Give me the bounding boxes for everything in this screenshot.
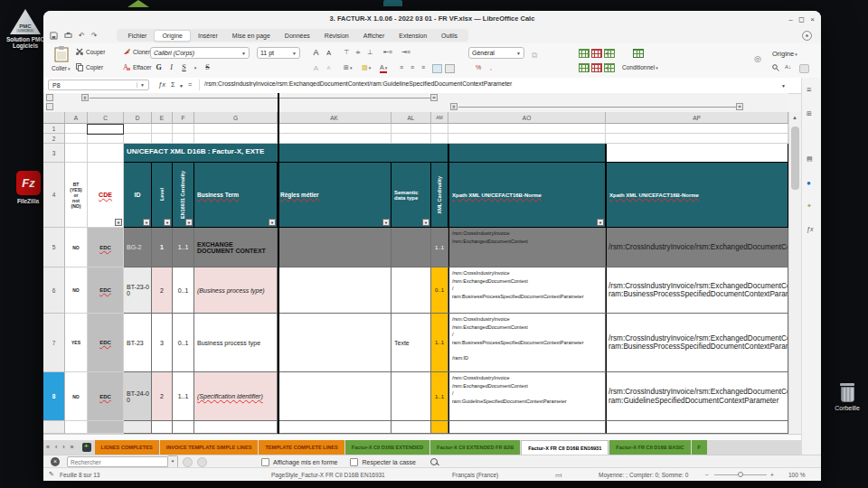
insert-cells-icon[interactable]: ⧉	[532, 51, 537, 61]
sheet-tab[interactable]: Factur-X FR CII D16B BASIC	[609, 440, 690, 455]
close-find-bar-icon[interactable]: ×	[51, 457, 60, 466]
currency-format-icon[interactable]: %	[476, 64, 481, 70]
sheet-tab-active[interactable]: Factur-X FR CII D16B EN16931	[521, 440, 609, 455]
pmc-logiciels-icon[interactable]: PMC LOGICIELS	[10, 9, 41, 34]
column-header-d[interactable]: D	[124, 112, 152, 124]
filter-icon[interactable]	[164, 219, 171, 226]
underline-dropdown[interactable]	[190, 63, 200, 71]
menu-fichier[interactable]: Fichier	[120, 31, 154, 41]
superscript-button[interactable]: A	[311, 64, 321, 72]
header-cde[interactable]: CDE	[88, 163, 124, 228]
properties-deck-icon[interactable]: ⊞	[807, 110, 812, 117]
cell-xpath-fr[interactable]: /rsm:CrossIndustryInvoice/rsm:ExchangedD…	[606, 372, 788, 421]
sheet-tab[interactable]: TEMPLATE COMPLETE LINES	[259, 440, 344, 455]
conditional-formatting-icon[interactable]	[633, 49, 644, 58]
toolbar-options-icon[interactable]	[799, 64, 809, 73]
outline-level-button[interactable]	[46, 94, 53, 101]
functions-deck-icon[interactable]: ƒx	[807, 226, 813, 232]
outline-level-button[interactable]	[46, 103, 53, 110]
cut-icon[interactable]	[76, 48, 83, 55]
align-bottom-icon[interactable]: ⊥	[367, 49, 373, 56]
menu-origine[interactable]: Origine	[154, 30, 191, 42]
cell-cardinality[interactable]: 0..1	[173, 267, 194, 314]
sheet-tab[interactable]: F	[692, 440, 707, 455]
close-button[interactable]: ×	[807, 14, 817, 24]
menu-revision[interactable]: Révision	[317, 31, 356, 41]
search-input[interactable]	[67, 456, 168, 467]
decrease-indent-icon[interactable]: ⇤≡	[383, 49, 392, 56]
align-left-icon[interactable]: ≡	[400, 64, 403, 70]
cell-datatype[interactable]: Texte	[392, 314, 431, 372]
row-header-8-selected[interactable]: 8	[43, 372, 65, 421]
clear-formatting-icon[interactable]: A	[123, 63, 130, 71]
clear-button[interactable]: Effacer	[133, 64, 151, 70]
sheet-tab[interactable]: Factur-X CII EXTENDED FR B2B	[430, 440, 520, 455]
cell-cde[interactable]: EDC	[88, 372, 124, 421]
delete-row-icon[interactable]	[591, 49, 602, 58]
column-header-f[interactable]: F	[173, 112, 194, 124]
function-wizard-icon[interactable]: ƒx	[158, 80, 165, 89]
maximize-button[interactable]: ◻	[797, 14, 807, 24]
header-id[interactable]: ID	[124, 163, 152, 228]
merge-cells-icon[interactable]	[445, 64, 455, 73]
filter-icon[interactable]	[115, 219, 122, 226]
row-header-2[interactable]: 2	[43, 134, 65, 144]
find-all-icon[interactable]	[430, 458, 438, 465]
styles-deck-icon[interactable]: ▤	[807, 155, 813, 163]
font-color-icon[interactable]: A	[380, 64, 387, 73]
cell-id[interactable]: BT-23	[124, 314, 152, 372]
cell-business-term[interactable]: (Business process type)	[194, 267, 278, 314]
column-options-icon[interactable]	[604, 63, 615, 72]
menu-mise-en-page[interactable]: Mise en page	[225, 31, 278, 41]
menu-extension[interactable]: Extension	[392, 31, 434, 41]
cell-datatype[interactable]	[392, 228, 431, 267]
filter-icon[interactable]	[382, 219, 390, 226]
scroll-up-icon[interactable]: ▲	[792, 115, 797, 120]
cell-level[interactable]: 1	[152, 228, 173, 267]
row-header-9[interactable]	[43, 421, 65, 434]
center-vertically-icon[interactable]: ≑	[355, 49, 361, 56]
zoom-out-icon[interactable]: −	[705, 472, 709, 478]
trash-icon[interactable]: Corbeille	[829, 383, 865, 411]
language-status[interactable]: Français (France)	[452, 472, 498, 478]
font-size-combo[interactable]: 11 pt▼	[257, 47, 300, 59]
cell-xpath-fr[interactable]: /rsm:CrossIndustryInvoice/rsm:ExchangedD…	[606, 267, 788, 314]
cut-button[interactable]: Couper	[86, 49, 105, 55]
row-header-4[interactable]: 4	[43, 163, 65, 228]
gallery-deck-icon[interactable]: ✦	[807, 202, 812, 210]
align-top-icon[interactable]: ⊤	[344, 49, 349, 56]
cell-xpath-norme[interactable]: /rsm:CrossIndustryInvoice /rsm:Exchanged…	[448, 372, 606, 421]
cell-xpath-norme[interactable]: /rsm:CrossIndustryInvoice /rsm:Exchanged…	[448, 267, 606, 314]
title-bar[interactable]: 3. FACTUR-X 1.0.06 - 2022 03 01 - FR VF.…	[43, 11, 821, 28]
checkbox-match-case[interactable]	[350, 458, 358, 466]
selection-mode-icon[interactable]: ▭I	[555, 472, 561, 478]
account-icon[interactable]	[802, 31, 812, 41]
filter-icon[interactable]	[185, 219, 193, 226]
outline-collapse-button[interactable]	[736, 103, 743, 110]
minimize-button[interactable]: –	[786, 14, 796, 24]
next-sheet-icon[interactable]: ›	[60, 440, 67, 455]
find-next-button[interactable]	[197, 457, 207, 467]
subscript-button[interactable]: A	[324, 65, 334, 70]
match-case-option[interactable]: Respecter la casse	[350, 458, 416, 466]
cell-level[interactable]: 3	[152, 314, 173, 372]
column-header-g[interactable]: G	[194, 112, 278, 124]
scrollbar-thumb[interactable]	[791, 127, 799, 190]
cell-business-term[interactable]: EXCHANGE DOCUMENT CONTEXT	[194, 228, 278, 267]
align-center-icon[interactable]: ≡	[410, 64, 414, 70]
print-icon[interactable]	[64, 32, 72, 40]
increase-indent-icon[interactable]: ⇥≡	[401, 49, 410, 56]
header-semantic-data-type[interactable]: Semantic data type	[392, 163, 431, 228]
redo-icon[interactable]: ↷	[91, 32, 98, 40]
cell-xpath-fr[interactable]: /rsm:CrossIndustryInvoice/rsm:ExchangedD…	[606, 314, 788, 372]
search-icon[interactable]	[772, 64, 779, 71]
menu-inserer[interactable]: Insérer	[191, 31, 225, 41]
cell-cardinality[interactable]: 1..1	[173, 228, 194, 267]
menu-donnees[interactable]: Données	[278, 31, 317, 41]
paste-icon[interactable]	[54, 46, 69, 62]
cell-xml-cardinality[interactable]: 1..1	[431, 372, 448, 421]
equals-icon[interactable]: =	[188, 80, 192, 89]
paste-button[interactable]: Coller	[52, 65, 71, 71]
underline-button[interactable]: S	[179, 63, 189, 71]
row-header-6[interactable]: 6	[43, 267, 65, 314]
